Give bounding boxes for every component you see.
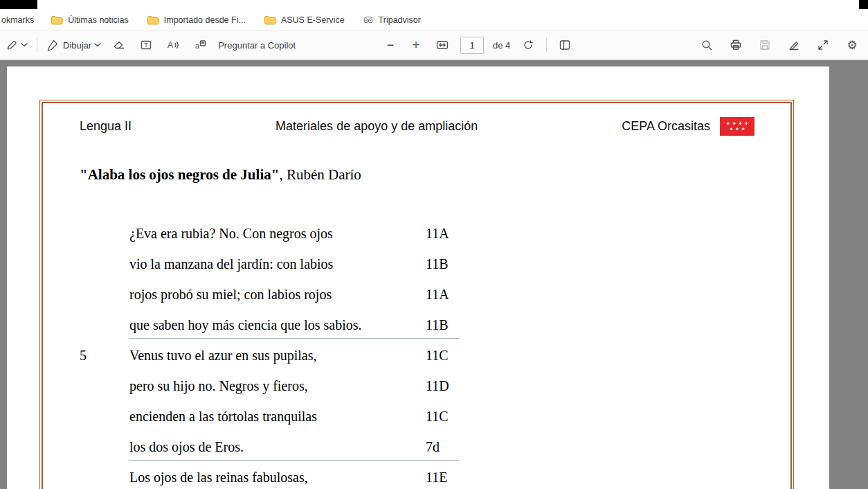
search-icon — [700, 39, 713, 51]
search-button[interactable] — [698, 35, 716, 55]
toolbar-separator — [37, 38, 37, 52]
poem-line: ¿Eva era rubia? No. Con negros ojos 11A — [80, 218, 509, 249]
poem-title-author: , Rubén Darío — [279, 166, 361, 183]
bookmark-label: ASUS E-Service — [281, 15, 345, 25]
header-title: Materiales de apoyo y de ampliación — [132, 119, 622, 134]
poem-line: Los ojos de las reinas fabulosas, 11E — [80, 462, 509, 489]
pdf-viewer-area[interactable]: Lengua II Materiales de apoyo y de ampli… — [0, 60, 868, 489]
poem-line: encienden a las tórtolas tranquilas 11C — [80, 401, 509, 432]
fit-to-width-button[interactable] — [433, 35, 451, 55]
poem-line: pero su hijo no. Negros y fieros, 11D — [80, 371, 509, 401]
window-corner-right — [859, 0, 868, 9]
translate-button[interactable]: a — [191, 35, 209, 55]
ask-copilot-button[interactable]: Preguntar a Copilot — [218, 35, 296, 55]
poem-line: rojos probó su miel; con labios rojos 11… — [80, 279, 509, 310]
bookmark-folder-ultimas-noticias[interactable]: Últimas noticias — [51, 15, 129, 25]
draw-button[interactable]: Dibujar — [46, 35, 101, 55]
bookmark-label: Tripadvisor — [379, 15, 421, 25]
save-icon — [759, 39, 771, 51]
window-corner-left — [0, 0, 37, 9]
rotate-button[interactable] — [519, 35, 537, 55]
rhyme-label: 11C — [426, 348, 502, 364]
folder-icon — [51, 15, 63, 25]
poem-line: los dos ojos de Eros. 7d — [80, 432, 509, 462]
verse-text: que saben hoy más ciencia que los sabios… — [129, 317, 426, 333]
edit-pen-icon — [788, 39, 800, 51]
svg-text:T: T — [144, 42, 148, 48]
bookmark-folder-importado[interactable]: Importado desde Fi... — [147, 15, 246, 25]
bookmarks-label-clipped: okmarks — [1, 15, 34, 25]
printer-icon — [730, 39, 742, 51]
verse-text: encienden a las tórtolas tranquilas — [129, 409, 426, 425]
poem-body: ¿Eva era rubia? No. Con negros ojos 11A … — [80, 218, 509, 489]
flag-stars-row2: ✦✦✦ — [727, 127, 747, 132]
annotate-button[interactable] — [785, 35, 803, 55]
verse-text: rojos probó su miel; con labios rojos — [129, 287, 426, 303]
highlight-pen-button[interactable] — [6, 35, 28, 55]
toolbar-separator — [546, 38, 547, 52]
pdf-toolbar: Dibujar T A a Preguntar a Copilot − + — [0, 30, 868, 60]
verse-text: pero su hijo no. Negros y fieros, — [129, 378, 426, 394]
text-box-icon: T — [140, 39, 152, 51]
bookmark-tripadvisor[interactable]: Tripadvisor — [363, 15, 421, 26]
read-aloud-icon: A — [166, 39, 180, 51]
header-school: CEPA Orcasitas — [622, 119, 710, 134]
verse-text: vio la manzana del jardín: con labios — [129, 256, 426, 272]
zoom-in-button[interactable]: + — [408, 38, 424, 53]
draw-button-label: Dibujar — [63, 40, 91, 51]
rhyme-label: 11A — [426, 287, 502, 303]
page-count-label: de 4 — [493, 40, 510, 51]
verse-text: los dos ojos de Eros. — [129, 439, 426, 455]
eraser-button[interactable] — [110, 35, 128, 55]
site-icon — [363, 15, 374, 26]
folder-icon — [147, 15, 159, 25]
pdf-page: Lengua II Materiales de apoyo y de ampli… — [7, 66, 829, 489]
svg-text:A: A — [168, 40, 173, 50]
poem-title: "Alaba los ojos negros de Julia", Rubén … — [80, 166, 790, 184]
madrid-flag-logo: ✦✦✦✦ ✦✦✦ — [720, 117, 754, 136]
chevron-down-icon — [21, 43, 28, 47]
rotate-icon — [522, 39, 534, 51]
bookmark-label: Últimas noticias — [68, 15, 129, 25]
document-border: Lengua II Materiales de apoyo y de ampli… — [39, 100, 794, 489]
rhyme-label: 11D — [426, 378, 502, 394]
browser-window: okmarks Últimas noticias Importado desde… — [0, 0, 868, 489]
rhyme-label: 11B — [426, 256, 502, 272]
settings-button[interactable]: ⚙ — [843, 35, 861, 55]
page-layout-icon — [559, 39, 571, 51]
rhyme-label: 11E — [426, 470, 502, 486]
rhyme-label: 7d — [426, 439, 502, 455]
eraser-icon — [113, 39, 125, 51]
bookmark-label: Importado desde Fi... — [164, 15, 246, 25]
page-view-button[interactable] — [556, 35, 574, 55]
verse-text: Venus tuvo el azur en sus pupilas, — [129, 348, 426, 364]
print-button[interactable] — [727, 35, 745, 55]
rhyme-label: 11B — [426, 317, 502, 333]
poem-line: que saben hoy más ciencia que los sabios… — [80, 310, 509, 340]
fit-width-icon — [436, 39, 449, 51]
fullscreen-button[interactable] — [814, 35, 832, 55]
add-text-button[interactable]: T — [137, 35, 155, 55]
draw-pen-icon — [46, 39, 59, 51]
fullscreen-icon — [817, 39, 829, 51]
rhyme-label: 11A — [426, 226, 502, 242]
gear-icon: ⚙ — [847, 38, 857, 53]
chevron-down-icon — [94, 43, 101, 47]
pen-icon — [6, 39, 18, 51]
save-button[interactable] — [756, 35, 774, 55]
bookmark-folder-asus[interactable]: ASUS E-Service — [264, 15, 345, 25]
page-number-input[interactable] — [460, 37, 484, 54]
header-subject: Lengua II — [80, 119, 132, 134]
ask-copilot-label: Preguntar a Copilot — [218, 40, 296, 51]
svg-text:a: a — [195, 42, 200, 50]
poem-title-quoted: "Alaba los ojos negros de Julia" — [80, 166, 279, 183]
translate-icon: a — [194, 39, 207, 51]
zoom-out-button[interactable]: − — [382, 38, 399, 53]
rhyme-label: 11C — [426, 409, 502, 425]
line-number: 5 — [80, 348, 129, 364]
poem-line: 5 Venus tuvo el azur en sus pupilas, 11C — [80, 340, 509, 371]
document-border-inner: Lengua II Materiales de apoyo y de ampli… — [42, 102, 792, 489]
verse-text: ¿Eva era rubia? No. Con negros ojos — [129, 226, 426, 242]
read-aloud-button[interactable]: A — [164, 35, 182, 55]
bookmarks-bar: okmarks Últimas noticias Importado desde… — [0, 0, 868, 30]
